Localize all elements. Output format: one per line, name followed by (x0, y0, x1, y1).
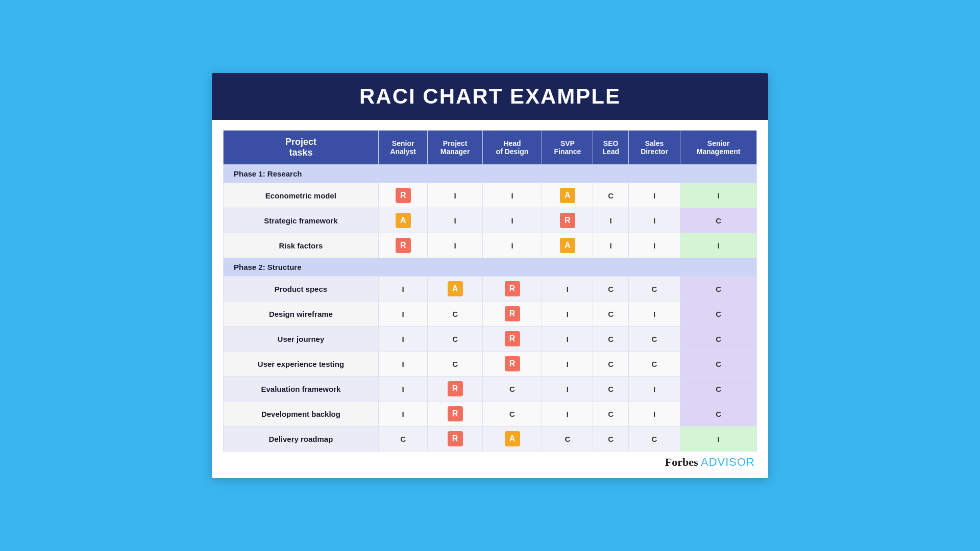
cell-2-5: I (628, 208, 680, 233)
raci-table: ProjecttasksSeniorAnalystProjectManagerH… (223, 130, 757, 452)
task-label: User experience testing (224, 352, 379, 377)
cell-6-2: R (482, 302, 542, 327)
task-col-header: Projecttasks (224, 131, 379, 165)
task-label: Econometric model (224, 183, 379, 208)
table-header-row: ProjecttasksSeniorAnalystProjectManagerH… (224, 131, 757, 165)
cell-2-4: I (593, 208, 628, 233)
cell-9-6: C (680, 377, 757, 402)
cell-11-4: C (593, 427, 628, 452)
cell-6-6: C (680, 302, 757, 327)
cell-5-4: C (593, 277, 628, 302)
chart-body: ProjecttasksSeniorAnalystProjectManagerH… (212, 120, 768, 478)
cell-7-4: C (593, 327, 628, 352)
role-col-header-4: SVPFinance (542, 131, 593, 165)
cell-3-1: I (428, 233, 482, 258)
cell-10-0: I (378, 402, 428, 427)
cell-10-6: C (680, 402, 757, 427)
cell-10-2: C (482, 402, 542, 427)
cell-3-5: I (628, 233, 680, 258)
cell-6-4: C (593, 302, 628, 327)
table-row: Risk factorsRIIAIII (224, 233, 757, 258)
cell-3-3: A (542, 233, 593, 258)
task-label: User journey (224, 327, 379, 352)
cell-8-0: I (378, 352, 428, 377)
cell-11-0: C (378, 427, 428, 452)
cell-10-4: C (593, 402, 628, 427)
table-row: Design wireframeICRICIC (224, 302, 757, 327)
cell-8-3: I (542, 352, 593, 377)
cell-2-0: A (378, 208, 428, 233)
task-label: Design wireframe (224, 302, 379, 327)
cell-5-5: C (628, 277, 680, 302)
role-col-header-7: SeniorManagement (680, 131, 757, 165)
cell-11-3: C (542, 427, 593, 452)
table-row: User experience testingICRICCC (224, 352, 757, 377)
cell-5-6: C (680, 277, 757, 302)
cell-2-6: C (680, 208, 757, 233)
forbes-advisor-text: ADVISOR (701, 456, 755, 468)
cell-3-2: I (482, 233, 542, 258)
phase-row: Phase 1: Research (224, 165, 757, 183)
cell-8-4: C (593, 352, 628, 377)
cell-1-2: I (482, 183, 542, 208)
table-row: Development backlogIRCICIC (224, 402, 757, 427)
cell-9-4: C (593, 377, 628, 402)
forbes-brand-text: Forbes (665, 456, 701, 468)
cell-7-5: C (628, 327, 680, 352)
table-row: Delivery roadmapCRACCCI (224, 427, 757, 452)
chart-header: RACI CHART EXAMPLE (212, 73, 768, 120)
task-label: Evaluation framework (224, 377, 379, 402)
cell-5-2: R (482, 277, 542, 302)
task-label: Risk factors (224, 233, 379, 258)
cell-9-0: I (378, 377, 428, 402)
cell-7-2: R (482, 327, 542, 352)
cell-6-0: I (378, 302, 428, 327)
cell-6-3: I (542, 302, 593, 327)
cell-2-2: I (482, 208, 542, 233)
role-col-header-6: SalesDirector (628, 131, 680, 165)
task-label: Strategic framework (224, 208, 379, 233)
cell-1-3: A (542, 183, 593, 208)
cell-1-1: I (428, 183, 482, 208)
cell-11-5: C (628, 427, 680, 452)
cell-2-1: I (428, 208, 482, 233)
role-col-header-3: Headof Design (482, 131, 542, 165)
cell-9-5: I (628, 377, 680, 402)
cell-8-6: C (680, 352, 757, 377)
task-label: Development backlog (224, 402, 379, 427)
cell-11-1: R (428, 427, 482, 452)
role-col-header-5: SEOLead (593, 131, 628, 165)
cell-1-5: I (628, 183, 680, 208)
cell-7-3: I (542, 327, 593, 352)
cell-5-1: A (428, 277, 482, 302)
table-row: Product specsIARICCC (224, 277, 757, 302)
chart-title: RACI CHART EXAMPLE (222, 84, 758, 109)
cell-7-0: I (378, 327, 428, 352)
phase-label: Phase 2: Structure (224, 258, 757, 277)
phase-row: Phase 2: Structure (224, 258, 757, 277)
cell-5-0: I (378, 277, 428, 302)
role-col-header-1: SeniorAnalyst (378, 131, 428, 165)
cell-9-2: C (482, 377, 542, 402)
cell-1-0: R (378, 183, 428, 208)
cell-3-0: R (378, 233, 428, 258)
cell-11-6: I (680, 427, 757, 452)
cell-3-6: I (680, 233, 757, 258)
cell-10-1: R (428, 402, 482, 427)
cell-1-4: C (593, 183, 628, 208)
cell-10-5: I (628, 402, 680, 427)
cell-7-1: C (428, 327, 482, 352)
forbes-footer: Forbes ADVISOR (223, 452, 757, 470)
role-col-header-2: ProjectManager (428, 131, 482, 165)
task-label: Product specs (224, 277, 379, 302)
cell-6-5: I (628, 302, 680, 327)
table-row: Evaluation frameworkIRCICIC (224, 377, 757, 402)
cell-3-4: I (593, 233, 628, 258)
cell-9-1: R (428, 377, 482, 402)
cell-8-2: R (482, 352, 542, 377)
cell-9-3: I (542, 377, 593, 402)
task-label: Delivery roadmap (224, 427, 379, 452)
cell-5-3: I (542, 277, 593, 302)
table-row: Strategic frameworkAIIRIIC (224, 208, 757, 233)
cell-6-1: C (428, 302, 482, 327)
